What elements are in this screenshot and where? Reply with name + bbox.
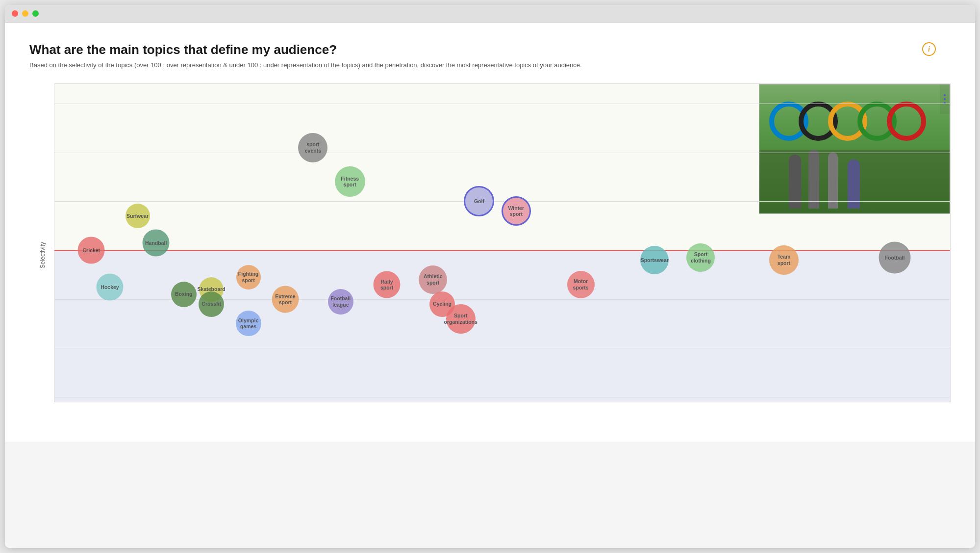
bubble-rally-sport[interactable]: Rally sport	[374, 271, 401, 298]
bubble-surfwear[interactable]: Surfwear	[126, 204, 150, 228]
bubble-sport-events[interactable]: sport events	[298, 133, 327, 162]
bubble-fighting-sport[interactable]: Fighting sport	[236, 265, 261, 290]
titlebar	[5, 5, 975, 23]
bubble-crossfit[interactable]: Crossfit	[199, 291, 224, 317]
info-icon[interactable]: i	[922, 42, 936, 56]
bubble-golf[interactable]: Golf	[464, 186, 494, 216]
menu-dot-2	[944, 98, 946, 100]
y-axis-label: Selectivity	[39, 242, 46, 268]
bubble-football[interactable]: Football	[879, 241, 910, 273]
bubble-team-sport[interactable]: Team sport	[769, 245, 799, 275]
bubble-football-league[interactable]: Football league	[328, 289, 353, 315]
bubble-motor-sports[interactable]: Motor sports	[567, 271, 595, 298]
bubble-extreme-sport[interactable]: Extreme sport	[272, 286, 299, 313]
reference-line	[54, 250, 950, 251]
image-menu[interactable]	[940, 84, 950, 114]
chart-area: Selectivity	[29, 83, 951, 427]
page-subtitle: Based on the selectivity of the topics (…	[29, 61, 951, 69]
bubble-fitness-sport[interactable]: Fitness sport	[335, 166, 365, 197]
bubble-cricket[interactable]: Cricket	[78, 237, 105, 263]
bubble-sportswear[interactable]: Sportswear	[640, 246, 669, 274]
maximize-button[interactable]	[32, 10, 39, 17]
bubble-handball[interactable]: Handball	[143, 230, 170, 257]
bubble-olympic-games[interactable]: Olympic games	[236, 311, 261, 336]
close-button[interactable]	[12, 10, 18, 17]
chart-plot: 40608010012014016020k40k60k80k100k120k14…	[54, 83, 951, 402]
app-window: What are the main topics that define my …	[5, 5, 975, 548]
bubble-sport-clothing[interactable]: Sport clothing	[686, 243, 715, 272]
menu-dot-1	[944, 94, 946, 96]
bubble-athletic-sport[interactable]: Athletic sport	[419, 265, 447, 294]
page-content: What are the main topics that define my …	[5, 23, 975, 442]
bubble-winter-sport[interactable]: Winter sport	[502, 196, 531, 226]
bubble-boxing[interactable]: Boxing	[171, 282, 197, 307]
bubble-sport-organizations[interactable]: Sport organizations	[446, 304, 476, 334]
minimize-button[interactable]	[22, 10, 28, 17]
page-title: What are the main topics that define my …	[29, 42, 951, 57]
bubble-hockey[interactable]: Hockey	[97, 273, 124, 300]
